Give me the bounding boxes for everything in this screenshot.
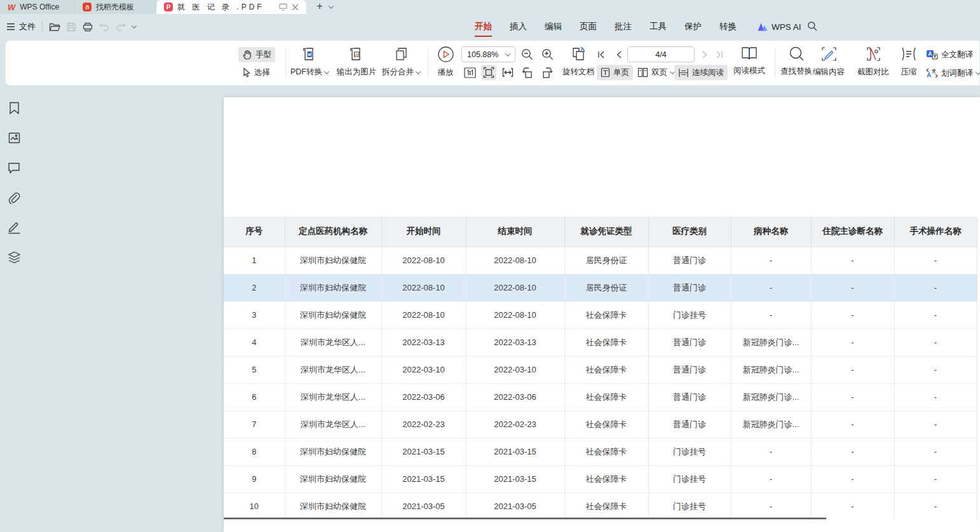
export-image-button[interactable]: 输出为图片	[334, 46, 379, 78]
table-cell: 深圳市妇幼保健院	[285, 274, 381, 301]
zoom-out-button[interactable]	[519, 46, 534, 62]
signature-icon[interactable]	[6, 219, 22, 236]
table-cell: -	[894, 438, 977, 465]
comment-icon[interactable]	[6, 160, 22, 176]
bookmark-icon[interactable]	[6, 100, 22, 116]
edit-content-button[interactable]: 编辑内容	[809, 46, 848, 78]
table-cell: 2022-08-10	[381, 301, 466, 329]
table-cell: 2021-03-05	[466, 493, 564, 520]
rotate-left-button[interactable]	[519, 65, 534, 80]
table-row: 9深圳市妇幼保健院2021-03-152021-03-15社会保障卡门诊挂号--…	[224, 465, 977, 493]
full-text-translate-icon	[926, 50, 938, 60]
compress-button[interactable]: 压缩	[894, 46, 923, 78]
table-cell: -	[894, 411, 977, 438]
file-menu-button[interactable]: 文件	[6, 21, 36, 32]
actual-size-button[interactable]	[462, 65, 477, 80]
previous-page-button[interactable]	[612, 47, 625, 62]
hand-tool-button[interactable]: 手型	[238, 47, 275, 62]
zoom-in-icon	[541, 48, 554, 60]
close-tab-icon[interactable]	[292, 4, 299, 11]
menu-item-protect[interactable]: 保护	[676, 14, 711, 39]
undo-icon[interactable]	[99, 22, 109, 31]
tab-wps-office[interactable]: W WPS Office	[0, 0, 75, 14]
menu-item-edit[interactable]: 编辑	[536, 14, 571, 39]
actual-size-icon	[464, 67, 476, 78]
new-tab-icon[interactable]: +	[316, 0, 323, 14]
layers-icon[interactable]	[6, 249, 22, 266]
last-page-button[interactable]	[713, 47, 726, 62]
quick-access-chevron-icon[interactable]	[132, 23, 137, 28]
left-sidebar	[0, 86, 28, 532]
full-text-translate-button[interactable]: 全文翻译	[922, 47, 977, 62]
menu-item-home[interactable]: 开始	[466, 14, 501, 39]
wps-ai-button[interactable]: WPS AI	[758, 14, 801, 39]
table-cell: 2022-02-23	[466, 411, 564, 438]
open-file-icon[interactable]	[49, 22, 60, 32]
table-cell: 新冠肺炎门诊...	[731, 329, 811, 356]
table-row: 3深圳市妇幼保健院2022-08-102022-08-10社会保障卡门诊挂号--…	[224, 301, 977, 329]
zoom-level-select[interactable]: 105.88%	[461, 46, 515, 62]
zoom-in-button[interactable]	[540, 46, 555, 62]
table-row: 8深圳市妇幼保健院2021-03-152021-03-15社会保障卡门诊挂号--…	[224, 438, 977, 465]
fit-width-button[interactable]	[481, 65, 496, 80]
single-page-button[interactable]: 单页	[597, 65, 633, 80]
play-button[interactable]: 播放	[432, 46, 459, 78]
save-icon[interactable]	[67, 22, 76, 32]
zoom-out-icon	[521, 48, 533, 60]
table-cell: -	[811, 329, 894, 356]
page-number-input[interactable]: 4/4	[627, 46, 695, 62]
chevron-down-icon	[416, 69, 421, 74]
table-cell: -	[811, 493, 894, 520]
print-icon[interactable]	[83, 22, 93, 32]
table-cell: 深圳市妇幼保健院	[285, 493, 381, 520]
thumbnail-icon[interactable]	[6, 130, 22, 146]
table-header-cell: 医疗类别	[648, 217, 731, 247]
menu-item-convert[interactable]: 转换	[711, 14, 745, 39]
screenshot-compare-button[interactable]: 截图对比	[854, 46, 893, 78]
tab-document-pdf[interactable]: P 就 医 记 录 .PDF	[156, 0, 306, 14]
docer-icon	[83, 3, 92, 11]
tab-list-chevron-icon[interactable]	[329, 3, 334, 8]
attachment-icon[interactable]	[6, 189, 22, 206]
tab-docer-templates[interactable]: 找稻壳模板	[75, 0, 156, 14]
word-translate-button[interactable]: 划词翻译	[922, 65, 980, 81]
table-header-cell: 手术操作名称	[894, 217, 977, 247]
redo-icon[interactable]	[116, 22, 126, 31]
double-page-label: 双页	[651, 67, 667, 78]
single-page-label: 单页	[613, 67, 629, 78]
menu-search-icon[interactable]	[807, 21, 817, 31]
menu-item-annotate[interactable]: 批注	[606, 14, 641, 39]
table-row: 5深圳市龙华区人...2022-03-102022-03-10社会保障卡普通门诊…	[224, 356, 977, 383]
read-mode-button[interactable]: 阅读模式	[732, 46, 767, 76]
chevron-down-icon	[976, 69, 980, 74]
rotate-document-icon	[570, 46, 587, 62]
first-page-button[interactable]	[595, 47, 608, 62]
table-cell: 9	[224, 465, 285, 493]
continuous-reading-button[interactable]: 连续阅读	[674, 65, 728, 80]
fit-page-button[interactable]	[500, 65, 515, 80]
table-cell: 2022-02-23	[381, 411, 466, 438]
select-tool-button[interactable]: 选择	[238, 65, 274, 80]
menu-item-page[interactable]: 页面	[571, 14, 606, 39]
table-cell: 2022-08-10	[466, 274, 564, 301]
rotate-document-button[interactable]: 旋转文档	[560, 46, 597, 78]
table-cell: -	[811, 301, 894, 329]
table-row: 10深圳市妇幼保健院2021-03-052021-03-05社会保障卡门诊挂号-…	[224, 493, 977, 520]
share-to-device-icon[interactable]	[279, 3, 287, 11]
pdf-convert-icon	[301, 46, 318, 62]
table-cell: 2	[224, 274, 285, 301]
cursor-icon	[242, 67, 251, 78]
next-page-button[interactable]	[698, 47, 711, 62]
menu-item-tools[interactable]: 工具	[641, 14, 676, 39]
table-cell: 新冠肺炎门诊...	[731, 383, 811, 411]
rotate-right-button[interactable]	[540, 65, 555, 80]
menu-item-insert[interactable]: 插入	[501, 14, 536, 39]
table-cell: 深圳市妇幼保健院	[285, 301, 381, 329]
double-page-button[interactable]: 双页	[634, 65, 678, 80]
split-merge-button[interactable]: 拆分合并	[377, 46, 425, 78]
fit-width-icon	[483, 67, 494, 78]
table-cell: 1	[224, 247, 285, 274]
table-cell: -	[894, 247, 977, 274]
pdf-convert-button[interactable]: PDF转换	[287, 46, 332, 78]
pdf-page: 序号定点医药机构名称开始时间结束时间就诊凭证类型医疗类别病种名称住院主诊断名称手…	[224, 97, 980, 532]
